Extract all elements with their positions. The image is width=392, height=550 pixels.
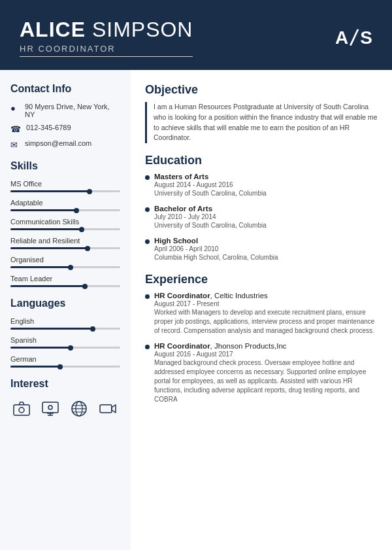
exp-date: August 2017 - Present	[154, 300, 378, 307]
skill-label: Team Leader	[10, 275, 120, 283]
svg-rect-0	[14, 405, 29, 415]
camera-icon	[10, 398, 33, 420]
education-item: Bachelor of Arts July 2010 - July 2014 U…	[145, 205, 378, 230]
experience-item: HR Coordinator, Jhonson Products,Inc Aug…	[145, 342, 378, 404]
monogram-s: S	[360, 27, 372, 48]
languages-section-title: Languages	[10, 298, 120, 309]
skill-label: Reliable and Resilient	[10, 237, 120, 245]
exp-date: August 2016 - August 2017	[154, 351, 378, 358]
interest-icons	[10, 398, 120, 420]
interest-section-title: Interest	[10, 378, 120, 390]
skill-label: MS Office	[10, 180, 120, 188]
skill-bar-fill	[10, 266, 71, 268]
language-label: English	[10, 317, 120, 325]
svg-rect-11	[100, 405, 112, 413]
education-item: Masters of Arts August 2014 - August 201…	[145, 173, 378, 198]
experience-list: HR Coordinator, Celtic Industries August…	[145, 292, 378, 404]
contact-email: ✉ simpson@email.com	[10, 139, 120, 150]
job-title: HR COORDINATOR	[20, 44, 193, 57]
address-text: 90 Myers Drive, New York, NY	[25, 103, 120, 118]
edu-school: University of South Carolina, Columbia	[154, 221, 378, 230]
education-item: High School April 2006 - April 2010 Colu…	[145, 237, 378, 262]
edu-degree: Bachelor of Arts	[154, 205, 378, 213]
email-text: simpson@email.com	[25, 139, 91, 147]
language-label: Spanish	[10, 336, 120, 344]
skill-bar-fill	[10, 209, 76, 211]
email-icon: ✉	[10, 140, 20, 150]
edu-school: Columbia High School, Carolina, Columbia	[154, 253, 378, 262]
body: Contact Info ● 90 Myers Drive, New York,…	[0, 70, 392, 550]
experience-item: HR Coordinator, Celtic Industries August…	[145, 292, 378, 335]
skill-bar	[10, 228, 120, 230]
language-bar	[10, 366, 120, 368]
svg-point-3	[48, 405, 52, 409]
language-label: German	[10, 355, 120, 363]
exp-title: HR Coordinator, Jhonson Products,Inc	[154, 342, 378, 350]
contact-phone: ☎ 012-345-6789	[10, 124, 120, 134]
first-name: ALICE	[20, 18, 86, 41]
objective-title: Objective	[145, 83, 378, 97]
monogram-a: A	[335, 27, 348, 48]
edu-degree: High School	[154, 237, 378, 245]
exp-desc: Worked with Managers to develop and exec…	[154, 308, 378, 335]
phone-icon: ☎	[10, 124, 21, 134]
video-icon	[97, 398, 119, 420]
skills-section-title: Skills	[10, 160, 120, 172]
skill-bar	[10, 285, 120, 287]
monogram: A / S	[335, 24, 372, 52]
language-bar-fill	[10, 328, 93, 330]
education-list: Masters of Arts August 2014 - August 201…	[145, 173, 378, 262]
svg-point-1	[19, 407, 24, 413]
skill-bar	[10, 247, 120, 249]
language-bar-fill	[10, 347, 71, 349]
skill-bar-fill	[10, 228, 82, 230]
contact-address: ● 90 Myers Drive, New York, NY	[10, 103, 120, 118]
skill-bar-fill	[10, 190, 90, 192]
language-bar	[10, 347, 120, 349]
language-bar-fill	[10, 366, 60, 368]
header: ALICE SIMPSON HR COORDINATOR A / S	[0, 0, 392, 70]
skill-bar	[10, 190, 120, 192]
experience-title: Experience	[145, 273, 378, 286]
skill-label: Communication Skills	[10, 218, 120, 226]
phone-text: 012-345-6789	[26, 124, 71, 131]
sidebar: Contact Info ● 90 Myers Drive, New York,…	[0, 70, 131, 550]
edu-date: August 2014 - August 2016	[154, 181, 378, 188]
edu-date: July 2010 - July 2014	[154, 213, 378, 220]
svg-rect-2	[42, 402, 58, 413]
main-content: Objective I am a Human Resources Postgra…	[131, 70, 392, 550]
languages-list: EnglishSpanishGerman	[10, 317, 120, 368]
edu-date: April 2006 - April 2010	[154, 245, 378, 252]
resume-container: ALICE SIMPSON HR COORDINATOR A / S Conta…	[0, 0, 392, 550]
contact-section-title: Contact Info	[10, 83, 120, 95]
globe-icon	[68, 398, 90, 420]
monogram-separator: /	[349, 24, 360, 52]
education-title: Education	[145, 154, 378, 167]
skill-label: Adaptable	[10, 199, 120, 207]
skill-bar	[10, 266, 120, 268]
last-name: SIMPSON	[92, 18, 193, 41]
skill-bar-fill	[10, 247, 88, 249]
skills-list: MS OfficeAdaptableCommunication SkillsRe…	[10, 180, 120, 287]
exp-title: HR Coordinator, Celtic Industries	[154, 292, 378, 300]
header-left: ALICE SIMPSON HR COORDINATOR	[20, 18, 193, 57]
person-screen-icon	[39, 398, 61, 420]
skill-bar	[10, 209, 120, 211]
edu-school: University of South Carolina, Columbia	[154, 189, 378, 198]
edu-degree: Masters of Arts	[154, 173, 378, 180]
location-icon: ●	[10, 103, 20, 113]
skill-bar-fill	[10, 285, 85, 287]
exp-desc: Managed background check process. Oversa…	[154, 358, 378, 404]
full-name: ALICE SIMPSON	[20, 18, 193, 41]
skill-label: Organised	[10, 256, 120, 264]
language-bar	[10, 328, 120, 330]
objective-text: I am a Human Resources Postgraduate at U…	[145, 102, 378, 143]
